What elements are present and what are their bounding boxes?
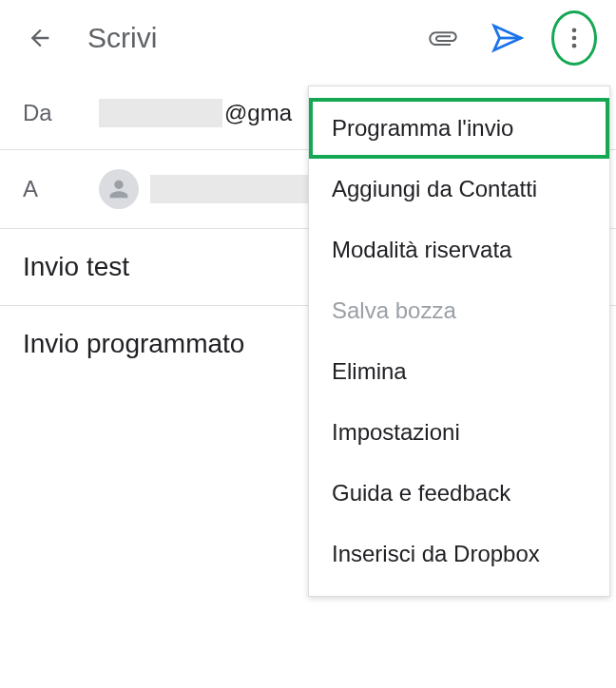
attach-button[interactable] [422, 17, 464, 59]
menu-item-1[interactable]: Aggiungi da Contatti [309, 159, 609, 220]
menu-item-2[interactable]: Modalità riservata [309, 220, 609, 280]
send-button[interactable] [487, 17, 529, 59]
redacted-from-name [99, 99, 222, 127]
page-title: Scrivi [87, 22, 422, 54]
svg-point-3 [572, 44, 577, 48]
menu-item-6[interactable]: Guida e feedback [309, 463, 609, 524]
attachment-icon [428, 23, 458, 53]
more-options-menu: Programma l'invioAggiungi da ContattiMod… [308, 86, 610, 597]
menu-item-0[interactable]: Programma l'invio [309, 98, 609, 159]
from-email-suffix: @gma [224, 100, 292, 126]
menu-item-7[interactable]: Inserisci da Dropbox [309, 524, 609, 584]
more-vert-icon [561, 25, 587, 51]
back-button[interactable] [19, 17, 61, 59]
menu-item-3: Salva bozza [309, 280, 609, 341]
more-options-button[interactable] [551, 10, 597, 66]
compose-header: Scrivi [0, 0, 616, 76]
arrow-back-icon [27, 25, 53, 51]
from-value: @gma [99, 99, 292, 127]
recipient-avatar [99, 169, 139, 209]
header-actions [422, 10, 597, 66]
person-icon [106, 176, 132, 202]
to-label: A [23, 176, 99, 202]
to-value [99, 169, 340, 209]
menu-item-5[interactable]: Impostazioni [309, 402, 609, 463]
svg-point-2 [572, 36, 577, 41]
menu-item-4[interactable]: Elimina [309, 341, 609, 402]
svg-point-1 [572, 29, 577, 33]
from-label: Da [23, 100, 99, 126]
send-icon [491, 22, 524, 54]
